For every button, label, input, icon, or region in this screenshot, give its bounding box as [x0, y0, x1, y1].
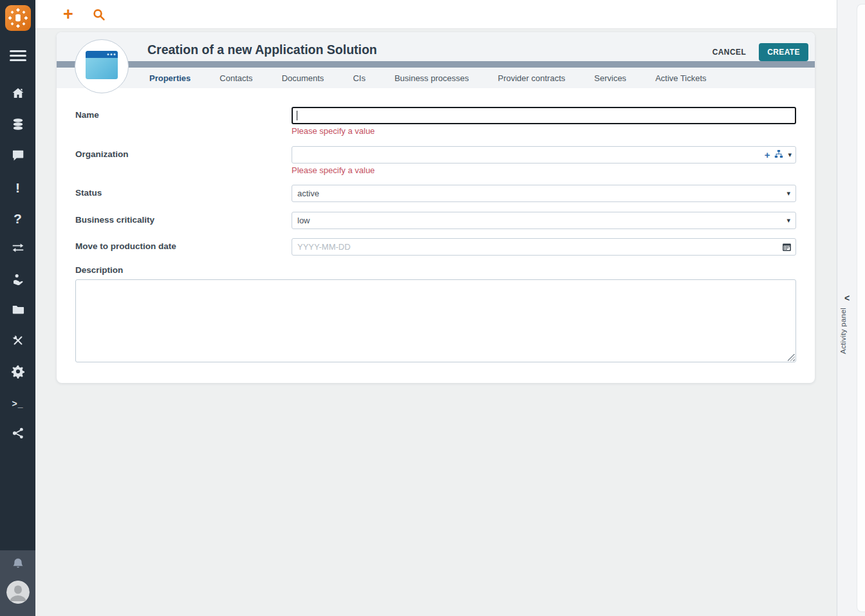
sidebar-item-data[interactable] — [0, 110, 35, 141]
sidebar-item-services[interactable] — [0, 265, 35, 295]
database-icon — [11, 117, 25, 134]
tab-contacts[interactable]: Contacts — [219, 73, 252, 83]
calendar-icon[interactable] — [782, 242, 792, 252]
business-criticality-label: Business criticality — [75, 212, 292, 229]
status-label: Status — [75, 185, 292, 202]
card-header: Creation of a new Application Solution C… — [57, 32, 815, 88]
hand-holding-icon — [11, 272, 25, 288]
add-organization-icon[interactable]: + — [765, 150, 770, 160]
chevron-down-icon: ▾ — [786, 189, 790, 198]
status-select[interactable]: active ▾ — [292, 185, 796, 202]
header-actions: CANCEL CREATE — [709, 43, 808, 61]
description-label: Description — [75, 265, 796, 275]
sidebar: ! ? >_ — [0, 0, 35, 616]
page-title: Creation of a new Application Solution — [147, 42, 377, 57]
tab-bar: Properties Contacts Documents CIs Busine… — [57, 68, 815, 88]
tab-active-tickets[interactable]: Active Tickets — [655, 73, 706, 83]
exclamation-icon: ! — [15, 181, 20, 194]
field-row-business-criticality: Business criticality low ▾ — [75, 212, 796, 229]
creation-form-card: Creation of a new Application Solution C… — [57, 32, 815, 383]
name-error-message: Please specify a value — [292, 126, 796, 136]
sidebar-item-transfer[interactable] — [0, 234, 35, 265]
transfer-arrows-icon — [11, 241, 25, 257]
activity-panel-collapsed: < Activity panel — [837, 0, 865, 616]
search-icon[interactable] — [92, 8, 106, 21]
activity-panel-label[interactable]: Activity panel — [839, 308, 847, 354]
status-value: active — [297, 189, 319, 198]
topbar: + — [35, 0, 837, 29]
tab-properties[interactable]: Properties — [149, 73, 191, 83]
terminal-icon: >_ — [12, 399, 24, 408]
organization-error-message: Please specify a value — [292, 165, 796, 176]
business-criticality-select[interactable]: low ▾ — [292, 212, 796, 229]
field-row-organization: Organization + ▾ Please specify a value — [75, 146, 796, 176]
sidebar-item-documents[interactable] — [0, 295, 35, 326]
sidebar-item-messages[interactable] — [0, 141, 35, 172]
sidebar-bottom — [0, 550, 35, 616]
sidebar-item-share[interactable] — [0, 419, 35, 450]
sidebar-item-home[interactable] — [0, 79, 35, 110]
notifications-bell-icon[interactable] — [10, 557, 26, 572]
menu-icon[interactable] — [10, 50, 26, 61]
create-button[interactable]: CREATE — [759, 43, 808, 61]
name-label: Name — [75, 107, 292, 136]
share-icon — [11, 426, 25, 443]
user-avatar[interactable] — [6, 581, 30, 604]
text-cursor — [297, 111, 297, 120]
tools-icon — [11, 333, 25, 350]
gear-icon — [11, 364, 25, 381]
tab-documents[interactable]: Documents — [282, 73, 324, 83]
sidebar-item-settings[interactable] — [0, 357, 35, 388]
sidebar-item-console[interactable]: >_ — [0, 388, 35, 419]
hierarchy-sitemap-icon[interactable] — [774, 149, 783, 161]
sidebar-item-alerts[interactable]: ! — [0, 172, 35, 203]
name-input[interactable] — [292, 107, 796, 124]
field-row-move-to-production-date: Move to production date — [75, 238, 796, 256]
properties-form: Name Please specify a value Organization… — [57, 88, 815, 362]
field-row-status: Status active ▾ — [75, 185, 796, 202]
new-object-plus-icon[interactable]: + — [63, 6, 73, 23]
folder-icon — [11, 303, 25, 319]
move-to-production-date-label: Move to production date — [75, 238, 292, 256]
description-textarea[interactable] — [75, 279, 796, 362]
home-icon — [11, 86, 25, 103]
field-row-name: Name Please specify a value — [75, 107, 796, 136]
header-ribbon — [57, 61, 815, 68]
tab-cis[interactable]: CIs — [353, 73, 366, 83]
activity-panel-edge — [857, 4, 865, 612]
chevron-left-icon[interactable]: < — [837, 293, 857, 303]
app-logo-icon[interactable] — [5, 5, 31, 31]
tab-provider-contracts[interactable]: Provider contracts — [498, 73, 566, 83]
chevron-down-icon: ▾ — [786, 216, 790, 225]
sidebar-nav: ! ? >_ — [0, 79, 35, 450]
tab-services[interactable]: Services — [594, 73, 626, 83]
resize-handle[interactable] — [788, 354, 795, 361]
sidebar-item-admin-tools[interactable] — [0, 326, 35, 357]
chevron-down-icon[interactable]: ▾ — [788, 151, 792, 159]
application-window-icon — [85, 50, 118, 82]
question-icon: ? — [14, 212, 22, 225]
chat-icon — [11, 148, 25, 165]
organization-label: Organization — [75, 146, 292, 176]
tab-business-processes[interactable]: Business processes — [395, 73, 469, 83]
object-class-medallion — [75, 39, 129, 93]
cancel-button[interactable]: CANCEL — [709, 44, 750, 61]
business-criticality-value: low — [297, 216, 310, 225]
sidebar-item-help[interactable]: ? — [0, 203, 35, 234]
move-to-production-date-input[interactable] — [292, 238, 796, 256]
organization-input[interactable]: + ▾ — [292, 146, 796, 163]
